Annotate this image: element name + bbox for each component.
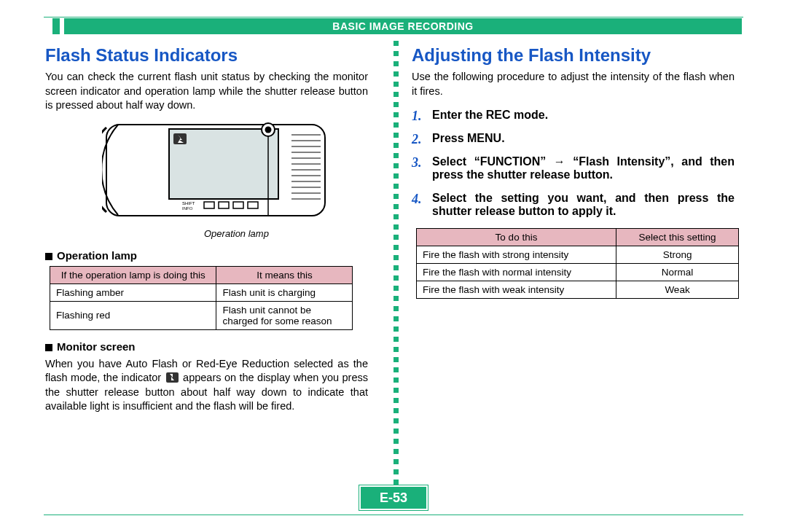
camera-illustration: SHIFT INFO Operation lamp: [102, 120, 368, 239]
header-bar: BASIC IMAGE RECORDING: [64, 18, 742, 34]
corner-accent: [52, 18, 60, 34]
step-4: Select the setting you want, and then pr…: [412, 192, 735, 218]
step-3: Select “FUNCTION” → “Flash Intensity”, a…: [412, 155, 735, 181]
right-column: Adjusting the Flash Intensity Use the fo…: [390, 41, 742, 491]
svg-rect-10: [248, 202, 258, 208]
monitor-text: When you have Auto Flash or Red-Eye Redu…: [45, 357, 368, 414]
intensity-table: To do this Select this setting Fire the …: [416, 228, 739, 299]
left-title: Flash Status Indicators: [45, 45, 368, 66]
table-row: Flashing amber Flash unit is charging: [50, 283, 353, 301]
op-table-h1: If the operation lamp is doing this: [50, 266, 216, 283]
op-r1-c2: Flash unit is charging: [216, 283, 353, 301]
right-intro: Use the following procedure to adjust th…: [412, 70, 735, 98]
flash-icon: [166, 372, 179, 383]
int-r2-c2: Normal: [616, 264, 739, 281]
left-column: Flash Status Indicators You can check th…: [45, 41, 390, 491]
step-2: Press MENU.: [412, 132, 735, 145]
op-r2-c1: Flashing red: [50, 301, 216, 329]
camera-back-svg: SHIFT INFO: [102, 120, 335, 222]
left-intro: You can check the current flash unit sta…: [45, 70, 368, 113]
op-r1-c1: Flashing amber: [50, 283, 216, 301]
int-r3-c1: Fire the flash with weak intensity: [417, 281, 616, 299]
steps-list: Enter the REC mode. Press MENU. Select “…: [412, 109, 735, 218]
square-bullet-icon: [45, 344, 52, 351]
int-r1-c1: Fire the flash with strong intensity: [417, 246, 616, 264]
int-r1-c2: Strong: [616, 246, 739, 264]
table-row: Fire the flash with strong intensity Str…: [417, 246, 739, 264]
table-row: Fire the flash with normal intensity Nor…: [417, 264, 739, 281]
svg-rect-8: [219, 202, 229, 208]
page: BASIC IMAGE RECORDING (function(){ var d…: [0, 0, 787, 532]
subhead-monitor-label: Monitor screen: [57, 340, 136, 353]
table-row: Flashing red Flash unit cannot be charge…: [50, 301, 353, 329]
svg-rect-7: [204, 202, 214, 208]
square-bullet-icon: [45, 253, 52, 260]
label-shift: SHIFT: [182, 201, 195, 206]
int-table-h1: To do this: [417, 229, 616, 246]
svg-point-5: [265, 126, 272, 133]
illustration-caption: Operation lamp: [204, 228, 368, 239]
op-r2-c2: Flash unit cannot be charged for some re…: [216, 301, 353, 329]
svg-rect-9: [233, 202, 243, 208]
rule-top: [44, 17, 743, 17]
step-1: Enter the REC mode.: [412, 109, 735, 122]
columns: Flash Status Indicators You can check th…: [45, 41, 742, 491]
operation-lamp-table: If the operation lamp is doing this It m…: [50, 266, 353, 330]
subhead-operation-lamp: Operation lamp: [45, 249, 368, 262]
right-title: Adjusting the Flash Intensity: [412, 45, 735, 66]
int-table-h2: Select this setting: [616, 229, 739, 246]
int-r2-c1: Fire the flash with normal intensity: [417, 264, 616, 281]
rule-bottom: [44, 515, 743, 515]
op-table-h2: It means this: [216, 266, 353, 283]
subhead-monitor-screen: Monitor screen: [45, 340, 368, 353]
label-info: INFO: [182, 206, 193, 211]
subhead-operation-label: Operation lamp: [57, 249, 137, 262]
page-number: E-53: [359, 485, 428, 510]
table-row: Fire the flash with weak intensity Weak: [417, 281, 739, 299]
int-r3-c2: Weak: [616, 281, 739, 299]
